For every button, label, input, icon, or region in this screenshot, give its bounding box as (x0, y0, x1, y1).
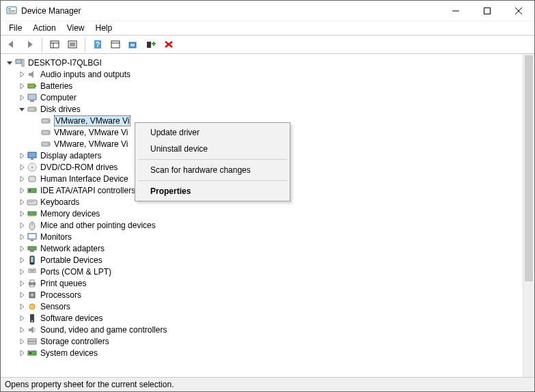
back-button[interactable] (3, 37, 20, 52)
tree-category[interactable]: System devices (2, 347, 523, 359)
tree-category[interactable]: Sound, video and game controllers (2, 324, 523, 335)
svg-rect-62 (30, 250, 34, 252)
tree-category[interactable]: Sensors (2, 300, 523, 312)
item-properties-button[interactable] (64, 37, 81, 52)
svg-rect-41 (31, 158, 33, 160)
expander-collapsed-icon[interactable] (17, 70, 27, 79)
tree-node-label: Display adapters (40, 151, 101, 160)
menu-action[interactable]: Action (27, 22, 61, 34)
tree-category[interactable]: Print queues (2, 277, 523, 289)
print-icon (27, 278, 38, 289)
tree-category[interactable]: Storage controllers (2, 335, 523, 347)
tree-node-label: VMware, VMware Vi (54, 128, 128, 137)
scrollbar-thumb[interactable] (525, 55, 533, 281)
expander-collapsed-icon[interactable] (17, 279, 27, 288)
action-menu-button[interactable] (107, 37, 124, 52)
vertical-scrollbar[interactable] (523, 54, 534, 377)
tree-node-label: Processors (40, 290, 81, 300)
svg-point-39 (48, 143, 49, 145)
expander-collapsed-icon[interactable] (17, 290, 27, 300)
expander-collapsed-icon[interactable] (17, 163, 27, 172)
uninstall-button[interactable] (161, 37, 177, 52)
expander-collapsed-icon[interactable] (17, 244, 27, 253)
svg-rect-46 (29, 190, 31, 191)
tree-category[interactable]: Software devices (2, 312, 523, 324)
expander-collapsed-icon[interactable] (17, 325, 27, 335)
tree-category[interactable]: Network adapters (2, 242, 523, 254)
help-button[interactable]: ? (90, 37, 106, 52)
expander-collapsed-icon[interactable] (17, 93, 27, 102)
add-hardware-button[interactable] (143, 37, 159, 52)
tree-node-label: Storage controllers (40, 337, 109, 346)
maximize-button[interactable] (471, 1, 503, 21)
expander-collapsed-icon[interactable] (17, 186, 27, 195)
expander-collapsed-icon[interactable] (17, 174, 27, 184)
svg-rect-78 (28, 341, 36, 344)
tree-category[interactable]: Computer (2, 92, 523, 103)
svg-rect-49 (31, 201, 32, 202)
expander-collapsed-icon[interactable] (17, 337, 27, 346)
ctx-update-driver[interactable]: Update driver (137, 124, 288, 141)
status-text: Opens property sheet for the current sel… (5, 380, 174, 389)
tree-category[interactable]: Monitors (2, 231, 523, 242)
tree-category[interactable]: Processors (2, 289, 523, 300)
display-icon (27, 150, 38, 161)
tree-category[interactable]: Portable Devices (2, 254, 523, 266)
svg-rect-1 (8, 8, 11, 10)
expander-collapsed-icon[interactable] (17, 151, 27, 160)
expander-collapsed-icon[interactable] (17, 348, 27, 358)
tree-category[interactable]: Memory devices (2, 208, 523, 219)
expander-expanded-icon[interactable] (5, 58, 14, 68)
expander-collapsed-icon[interactable] (17, 81, 27, 91)
ctx-uninstall-device[interactable]: Uninstall device (137, 141, 288, 157)
expander-collapsed-icon[interactable] (17, 209, 27, 219)
dvd-icon (27, 162, 38, 173)
ctx-properties[interactable]: Properties (137, 183, 288, 199)
menu-help[interactable]: Help (90, 22, 118, 34)
pc-icon (14, 57, 25, 68)
svg-rect-44 (29, 176, 36, 182)
svg-rect-31 (30, 100, 34, 102)
tree-category[interactable]: Batteries (2, 80, 523, 92)
ctx-scan-hardware[interactable]: Scan for hardware changes (137, 162, 288, 178)
tree-node-label: Portable Devices (40, 255, 102, 265)
expander-collapsed-icon[interactable] (17, 221, 27, 230)
window-controls (440, 1, 534, 21)
expander-collapsed-icon[interactable] (17, 313, 27, 323)
menu-file[interactable]: File (3, 22, 27, 34)
svg-rect-77 (28, 339, 36, 341)
device-tree[interactable]: DESKTOP-I7QLBGIAudio inputs and outputsB… (1, 54, 523, 377)
tree-category[interactable]: Disk drives (2, 103, 523, 115)
tree-node-label: Computer (40, 93, 77, 102)
svg-rect-73 (31, 294, 33, 296)
tree-node-label: Monitors (40, 232, 72, 242)
console-properties-button[interactable] (46, 37, 63, 52)
svg-rect-70 (30, 280, 34, 283)
menu-view[interactable]: View (61, 22, 90, 34)
tree-root[interactable]: DESKTOP-I7QLBGI (2, 57, 523, 68)
svg-rect-61 (28, 247, 36, 250)
expander-collapsed-icon[interactable] (17, 267, 27, 277)
expander-collapsed-icon[interactable] (17, 302, 27, 311)
forward-button[interactable] (21, 37, 38, 52)
tree-category[interactable]: Audio inputs and outputs (2, 68, 523, 80)
tree-category[interactable]: Ports (COM & LPT) (2, 266, 523, 277)
expander-collapsed-icon[interactable] (17, 197, 27, 207)
tree-node-label: VMware, VMware Vi (54, 139, 128, 149)
tree-category[interactable]: Mice and other pointing devices (2, 219, 523, 231)
expander-collapsed-icon[interactable] (17, 255, 27, 265)
svg-rect-55 (33, 215, 33, 216)
svg-rect-17 (111, 41, 120, 48)
svg-point-68 (33, 270, 34, 271)
disk-icon (40, 139, 51, 150)
memory-icon (27, 208, 38, 219)
ide-icon (27, 185, 38, 196)
scan-hardware-button[interactable] (125, 37, 141, 52)
svg-rect-60 (31, 240, 33, 241)
expander-expanded-icon[interactable] (17, 104, 27, 114)
close-button[interactable] (503, 1, 534, 21)
tree-node-label: Mice and other pointing devices (40, 221, 156, 230)
minimize-button[interactable] (440, 1, 471, 21)
expander-collapsed-icon[interactable] (17, 232, 27, 242)
svg-rect-50 (33, 201, 34, 202)
